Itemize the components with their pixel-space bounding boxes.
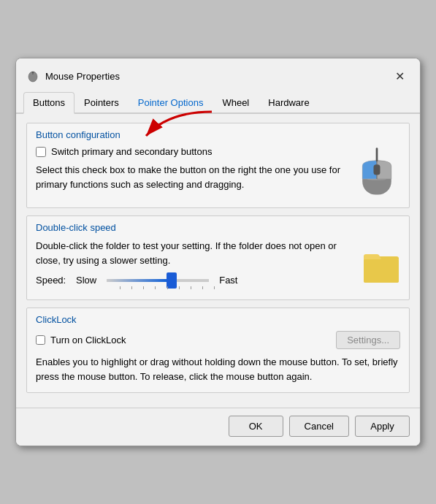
tick — [131, 286, 132, 289]
tab-hardware[interactable]: Hardware — [259, 92, 318, 114]
apply-button[interactable]: Apply — [355, 416, 410, 437]
tick — [191, 286, 191, 289]
tick — [120, 286, 121, 289]
tab-buttons[interactable]: Buttons — [23, 92, 74, 114]
cancel-button[interactable]: Cancel — [289, 416, 349, 437]
clicklock-left: Turn on ClickLock — [36, 335, 126, 345]
clicklock-label: Turn on ClickLock — [50, 335, 126, 345]
clicklock-description: Enables you to highlight or drag without… — [36, 355, 400, 383]
button-config-description: Select this check box to make the button… — [36, 163, 346, 191]
primary-secondary-row: Switch primary and secondary buttons — [36, 146, 346, 157]
mouse-illustration — [353, 146, 400, 199]
mouse-icon — [26, 69, 39, 83]
speed-slider[interactable] — [107, 279, 209, 282]
ok-button[interactable]: OK — [229, 416, 283, 437]
slow-label: Slow — [76, 275, 96, 286]
folder-icon — [362, 246, 400, 287]
tick — [179, 286, 180, 289]
clicklock-checkbox[interactable] — [36, 335, 45, 345]
svg-rect-9 — [364, 259, 399, 283]
dialog-window: Mouse Properties ✕ Buttons Pointers Poin… — [15, 58, 421, 446]
button-config-left: Switch primary and secondary buttons Sel… — [36, 146, 346, 191]
speed-slider-row: Speed: Slow Fast — [36, 275, 355, 286]
tick — [155, 286, 156, 289]
clicklock-header: Turn on ClickLock Settings... — [36, 331, 400, 349]
tab-wheel[interactable]: Wheel — [213, 92, 259, 114]
tick — [167, 286, 168, 289]
button-config-body: Switch primary and secondary buttons Sel… — [36, 146, 400, 199]
double-click-title: Double-click speed — [36, 222, 400, 233]
double-click-body: Double-click the folder to test your set… — [36, 239, 400, 289]
arrow-annotation — [124, 108, 219, 145]
fast-label: Fast — [219, 275, 237, 286]
double-click-description: Double-click the folder to test your set… — [36, 239, 355, 267]
tick — [202, 286, 203, 289]
svg-point-2 — [32, 72, 34, 73]
title-bar-left: Mouse Properties — [26, 69, 120, 83]
switch-buttons-checkbox[interactable] — [36, 147, 46, 157]
clicklock-section: ClickLock Turn on ClickLock Settings... … — [26, 308, 410, 393]
speed-label: Speed: — [36, 275, 69, 286]
clicklock-title: ClickLock — [36, 314, 400, 325]
tab-pointers[interactable]: Pointers — [74, 92, 129, 114]
settings-button[interactable]: Settings... — [336, 331, 400, 349]
svg-rect-7 — [374, 164, 380, 175]
dialog-footer: OK Cancel Apply — [16, 408, 420, 446]
title-bar: Mouse Properties ✕ — [16, 58, 420, 91]
double-click-section: Double-click speed Double-click the fold… — [26, 215, 410, 300]
tick — [214, 286, 215, 289]
close-button[interactable]: ✕ — [389, 66, 410, 86]
dialog-content: Button configuration Switch primary and … — [16, 114, 420, 408]
tick — [143, 286, 144, 289]
switch-buttons-label: Switch primary and secondary buttons — [51, 146, 212, 157]
dialog-title: Mouse Properties — [45, 71, 120, 82]
double-click-left: Double-click the folder to test your set… — [36, 239, 355, 289]
